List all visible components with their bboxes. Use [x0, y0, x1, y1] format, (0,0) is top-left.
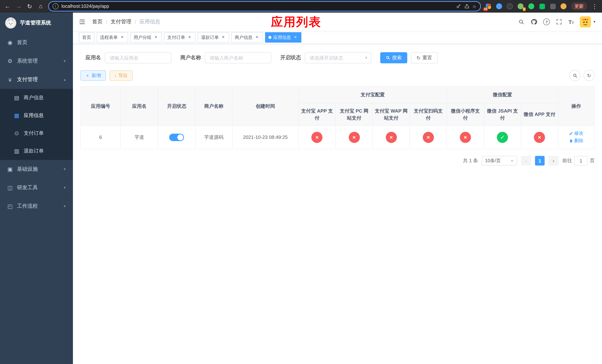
extension-drop-icon[interactable]: [495, 3, 503, 10]
user-avatar[interactable]: ▼: [580, 16, 596, 27]
reset-button[interactable]: ↻ 重置: [411, 52, 438, 63]
sidebar-item-refund-orders[interactable]: ▥ 退款订单: [0, 142, 73, 160]
yen-icon: ¥: [7, 76, 13, 83]
tab-home[interactable]: 首页: [79, 32, 94, 43]
tab-payment-orders[interactable]: 支付订单 ×: [164, 32, 195, 43]
sidebar-item-merchant-info[interactable]: ▤ 商户信息: [0, 89, 73, 107]
url-bar[interactable]: i localhost:1024/pay/app ☆: [48, 1, 481, 11]
back-icon[interactable]: ←: [4, 3, 11, 10]
col-app-name: 应用名: [120, 86, 158, 126]
close-icon[interactable]: ×: [221, 35, 226, 40]
total-count: 共 1 条: [463, 157, 478, 164]
plus-icon: ＋: [85, 72, 90, 79]
help-icon[interactable]: ?: [543, 19, 550, 25]
delete-button[interactable]: 删除: [569, 137, 583, 144]
toggle-search-button[interactable]: [570, 70, 580, 81]
export-button[interactable]: ↓ 导出: [109, 70, 133, 81]
content: 应用名 商户名称 开启状态 ▼: [73, 44, 602, 364]
refresh-icon[interactable]: ↻: [26, 3, 33, 10]
collapse-sidebar-icon[interactable]: [79, 18, 86, 26]
add-button[interactable]: ＋ 新增: [80, 70, 106, 81]
sidebar-item-payment-orders[interactable]: ⊙ 支付订单: [0, 124, 73, 142]
close-icon[interactable]: ×: [293, 35, 298, 40]
font-size-icon[interactable]: TT: [569, 19, 574, 25]
top-navbar: 首页 / 支付管理 / 应用信息 ?: [73, 13, 602, 31]
col-alipay-wap: 支付宝 WAP 网站支付: [373, 103, 410, 126]
wechat-mini-status-icon: [460, 132, 471, 143]
sidebar-item-infrastructure[interactable]: ▣ 基础设施 ▼: [0, 160, 73, 179]
extension-whatsapp-icon[interactable]: [527, 3, 535, 10]
app-table: 应用编号 应用名 开启状态 商户名称 创建时间 支付宝配置 微信配置 操作 支付…: [80, 86, 595, 149]
bookmark-star-icon[interactable]: ☆: [473, 3, 476, 9]
status-toggle[interactable]: [169, 134, 184, 141]
table-toolbar: ＋ 新增 ↓ 导出 ↻: [80, 70, 595, 81]
tab-app-info[interactable]: 应用信息 ×: [265, 32, 301, 43]
github-icon[interactable]: [531, 19, 538, 25]
next-page-button[interactable]: ›: [548, 156, 559, 166]
extension-face-icon[interactable]: [560, 3, 567, 10]
prev-page-button[interactable]: ‹: [521, 156, 531, 166]
breadcrumb-payment[interactable]: 支付管理: [111, 19, 131, 25]
col-app-id: 应用编号: [81, 86, 120, 126]
page-1-button[interactable]: 1: [535, 156, 545, 166]
key-icon[interactable]: [456, 4, 461, 9]
page-title: 应用列表: [271, 14, 321, 30]
infrastructure-icon: ▣: [7, 166, 13, 172]
sidebar-item-payment[interactable]: ¥ 支付管理 ▲: [0, 70, 73, 89]
extension-puzzle-icon[interactable]: [549, 3, 557, 10]
sidebar-item-system[interactable]: ⚙ 系统管理 ▼: [0, 52, 73, 70]
refresh-icon: ↻: [417, 55, 420, 61]
tab-refund-orders[interactable]: 退款订单 ×: [198, 32, 229, 43]
col-group-alipay: 支付宝配置: [299, 86, 447, 103]
browser-update-button[interactable]: 更新: [571, 2, 587, 10]
close-icon[interactable]: ×: [119, 35, 125, 40]
browser-menu-icon[interactable]: ⋮: [591, 3, 598, 10]
merchant-name-input[interactable]: [205, 52, 271, 63]
share-icon[interactable]: [464, 4, 469, 9]
fullscreen-icon[interactable]: [556, 19, 563, 25]
cell-app-id: 6: [81, 126, 120, 149]
wechat-jsapi-status-icon: [497, 132, 508, 143]
tab-process-form[interactable]: 流程表单 ×: [97, 32, 128, 43]
forward-icon[interactable]: →: [15, 3, 22, 10]
breadcrumb-home[interactable]: 首页: [92, 19, 103, 25]
refresh-table-button[interactable]: ↻: [583, 70, 595, 81]
tab-user-group[interactable]: 用户分组 ×: [130, 32, 162, 43]
page-size-select[interactable]: 10条/页 ▼: [482, 156, 517, 166]
extension-grid-icon[interactable]: 10: [485, 3, 492, 10]
edit-button[interactable]: 修改: [569, 130, 583, 137]
extension-avatar-icon[interactable]: 1: [517, 3, 524, 10]
close-icon[interactable]: ×: [254, 35, 259, 40]
home-icon[interactable]: ⌂: [37, 3, 44, 10]
sidebar: 芋道管理系统 ◉ 首页 ⚙ 系统管理 ▼ ¥ 支付管理 ▲ ▤ 商户信息: [0, 13, 73, 364]
search-button[interactable]: 搜索: [380, 52, 407, 63]
search-icon[interactable]: [518, 19, 525, 25]
extension-chat-icon[interactable]: [538, 3, 546, 10]
breadcrumb: 首页 / 支付管理 / 应用信息: [92, 19, 160, 25]
close-icon[interactable]: ×: [153, 35, 159, 40]
document-icon: ▥: [13, 148, 20, 154]
cell-merchant: 芋道源码: [195, 126, 232, 149]
app-name-input[interactable]: [105, 52, 172, 63]
chevron-down-icon: ▼: [63, 186, 66, 190]
app-name-label: 应用名: [86, 54, 101, 61]
sidebar-item-dev-tools[interactable]: ◫ 研发工具 ▼: [0, 179, 73, 197]
info-icon[interactable]: i: [53, 3, 58, 9]
browser-chrome: ← → ↻ ⌂ i localhost:1024/pay/app ☆ 10 1: [0, 0, 602, 13]
url-text[interactable]: localhost:1024/pay/app: [62, 4, 453, 9]
extension-dark-icon[interactable]: [506, 3, 514, 10]
chevron-down-icon: ▼: [510, 159, 514, 163]
tab-merchant-info[interactable]: 商户信息 ×: [231, 32, 263, 43]
goto-page-input[interactable]: [574, 156, 588, 166]
main-area: 首页 / 支付管理 / 应用信息 ?: [73, 13, 602, 364]
status-select[interactable]: ▼: [305, 52, 371, 63]
search-icon: [573, 73, 577, 78]
sidebar-item-app-info[interactable]: ▦ 应用信息: [0, 107, 73, 124]
close-icon[interactable]: ×: [187, 35, 192, 40]
download-icon: ↓: [114, 73, 117, 78]
sidebar-item-home[interactable]: ◉ 首页: [0, 33, 73, 52]
avatar-image: [580, 16, 591, 27]
sidebar-item-workflow[interactable]: ◰ 工作流程 ▼: [0, 197, 73, 215]
status-select-input[interactable]: [305, 52, 371, 63]
page-unit-label: 页: [590, 157, 595, 164]
